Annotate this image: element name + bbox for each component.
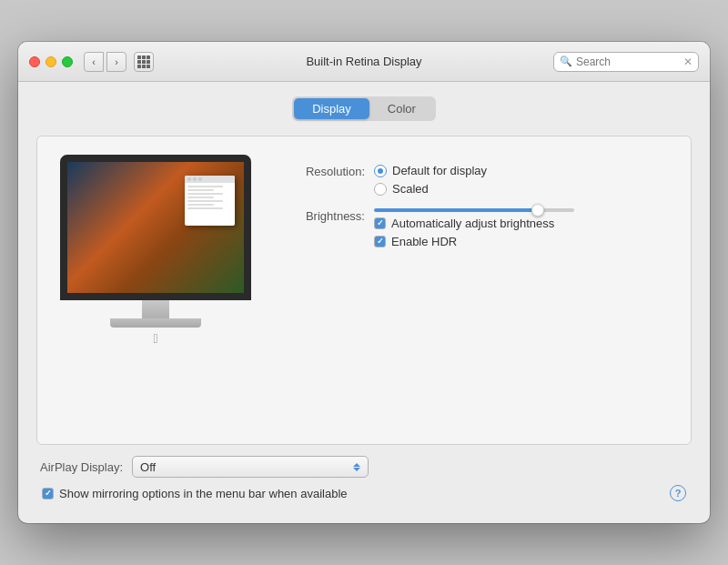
airplay-row: AirPlay Display: Off bbox=[40, 456, 688, 478]
content-area: Display Color bbox=[18, 82, 710, 523]
screen-window-overlay bbox=[185, 176, 235, 226]
mirroring-checkbox[interactable] bbox=[42, 488, 54, 499]
tabs-row: Display Color bbox=[36, 96, 692, 121]
back-icon: ‹ bbox=[92, 56, 96, 67]
main-window: ‹ › Built-in Retina Display 🔍 ✕ bbox=[18, 42, 710, 523]
mirroring-row: Show mirroring options in the menu bar w… bbox=[40, 485, 688, 501]
resolution-default-radio[interactable] bbox=[374, 165, 387, 177]
forward-icon: › bbox=[115, 56, 118, 67]
maximize-button[interactable] bbox=[62, 56, 73, 67]
brightness-label: Brightness: bbox=[283, 208, 365, 223]
resolution-controls: Default for display Scaled bbox=[374, 164, 487, 196]
airplay-dropdown[interactable]: Off bbox=[132, 456, 369, 478]
titlebar: ‹ › Built-in Retina Display 🔍 ✕ bbox=[18, 42, 710, 82]
grid-icon bbox=[137, 55, 150, 68]
settings-area: Resolution: Default for display Scaled bbox=[283, 155, 672, 248]
resolution-default-label: Default for display bbox=[392, 164, 487, 177]
mirroring-label: Show mirroring options in the menu bar w… bbox=[59, 487, 348, 500]
mirroring-left: Show mirroring options in the menu bar w… bbox=[42, 487, 348, 500]
brightness-slider-track[interactable] bbox=[374, 208, 574, 212]
traffic-lights bbox=[29, 56, 73, 67]
brightness-row: Brightness: Automatically adjust brightn… bbox=[283, 208, 672, 248]
enable-hdr-label: Enable HDR bbox=[391, 235, 457, 248]
search-box[interactable]: 🔍 ✕ bbox=[553, 52, 699, 72]
clear-icon[interactable]: ✕ bbox=[683, 56, 693, 67]
close-button[interactable] bbox=[29, 56, 40, 67]
arrow-down-icon bbox=[353, 468, 360, 471]
monitor-base bbox=[110, 318, 201, 328]
monitor-container:  bbox=[56, 155, 256, 346]
apple-logo:  bbox=[153, 331, 157, 346]
minimize-button[interactable] bbox=[46, 56, 56, 67]
monitor-stand bbox=[142, 300, 169, 318]
resolution-row: Resolution: Default for display Scaled bbox=[283, 164, 672, 196]
forward-button[interactable]: › bbox=[106, 52, 126, 72]
resolution-label: Resolution: bbox=[283, 164, 365, 178]
help-button[interactable]: ? bbox=[670, 485, 686, 501]
arrow-up-icon bbox=[353, 463, 360, 467]
auto-brightness-row[interactable]: Automatically adjust brightness bbox=[374, 217, 574, 230]
resolution-default-option[interactable]: Default for display bbox=[374, 164, 487, 177]
bottom-area: AirPlay Display: Off Show mirroring opti… bbox=[36, 445, 692, 509]
dropdown-arrows-icon bbox=[353, 463, 360, 471]
tab-color[interactable]: Color bbox=[369, 98, 434, 119]
monitor-display bbox=[60, 155, 251, 300]
grid-button[interactable] bbox=[134, 52, 154, 72]
help-icon: ? bbox=[675, 488, 682, 499]
search-input[interactable] bbox=[576, 55, 680, 68]
tab-display[interactable]: Display bbox=[294, 98, 369, 119]
brightness-controls: Automatically adjust brightness Enable H… bbox=[374, 208, 574, 248]
monitor-screen bbox=[67, 162, 244, 293]
brightness-slider-row bbox=[374, 208, 574, 212]
nav-buttons: ‹ › bbox=[84, 52, 126, 72]
enable-hdr-row[interactable]: Enable HDR bbox=[374, 235, 574, 248]
auto-brightness-label: Automatically adjust brightness bbox=[391, 217, 554, 230]
brightness-slider-thumb[interactable] bbox=[531, 204, 544, 217]
resolution-scaled-label: Scaled bbox=[392, 182, 429, 196]
resolution-scaled-option[interactable]: Scaled bbox=[374, 182, 487, 196]
airplay-label: AirPlay Display: bbox=[40, 460, 123, 474]
window-title: Built-in Retina Display bbox=[306, 55, 421, 68]
auto-brightness-checkbox[interactable] bbox=[374, 217, 386, 229]
tab-group: Display Color bbox=[292, 96, 436, 121]
search-icon: 🔍 bbox=[560, 55, 572, 67]
enable-hdr-checkbox[interactable] bbox=[374, 236, 386, 247]
airplay-value: Off bbox=[140, 460, 156, 474]
resolution-scaled-radio[interactable] bbox=[374, 183, 387, 196]
back-button[interactable]: ‹ bbox=[84, 52, 104, 72]
main-panel:  Resolution: Default for display bbox=[36, 136, 692, 445]
